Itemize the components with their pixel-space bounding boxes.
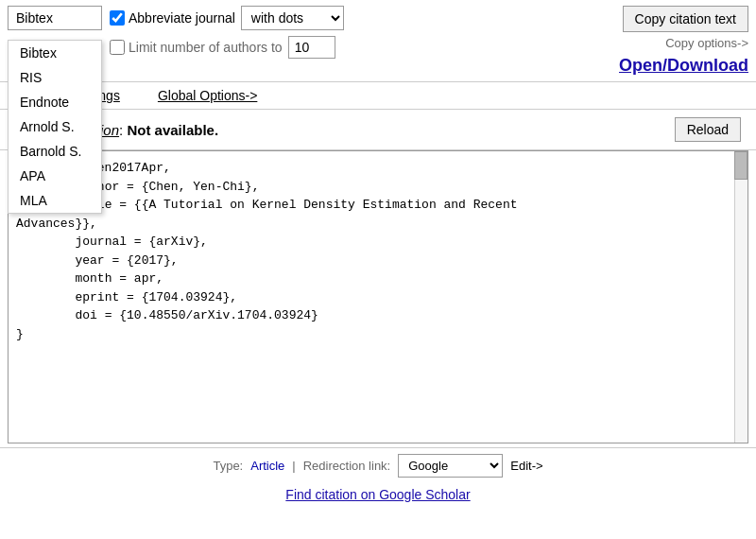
format-select-wrapper: Bibtex RIS Endnote Arnold S. Barnold S. …: [8, 6, 102, 30]
abbreviate-checkbox[interactable]: [110, 10, 125, 26]
type-label: Type:: [213, 459, 243, 473]
copy-options-link[interactable]: Copy options->: [665, 36, 748, 50]
abbreviate-label[interactable]: Abbreviate journal: [110, 10, 235, 26]
limit-input[interactable]: [288, 36, 335, 59]
open-download-link[interactable]: Open/Download: [619, 56, 748, 76]
dropdown-item-apa[interactable]: APA: [9, 164, 101, 188]
limit-row: Limit number of authors to: [110, 36, 344, 59]
toolbar: Bibtex RIS Endnote Arnold S. Barnold S. …: [0, 0, 756, 82]
dropdown-item-mla[interactable]: MLA: [9, 188, 101, 213]
format-dropdown-menu: Bibtex RIS Endnote Arnold S. Barnold S. …: [8, 40, 102, 214]
dropdown-item-ris[interactable]: RIS: [9, 65, 101, 90]
dropdown-item-barnolds[interactable]: Barnold S.: [9, 139, 101, 164]
format-select[interactable]: Bibtex RIS Endnote Arnold S. Barnold S. …: [8, 6, 102, 30]
separator: |: [292, 459, 295, 473]
limit-checkbox[interactable]: [110, 40, 125, 55]
format-settings-row: + Format Settings Global Options->: [0, 82, 756, 110]
edit-link[interactable]: Edit->: [510, 459, 542, 473]
limit-text: Limit number of authors to: [129, 40, 283, 55]
limit-label[interactable]: Limit number of authors to: [110, 40, 283, 55]
citation-area: @article{Chen2017Apr, author = {Chen, Ye…: [8, 150, 748, 443]
reload-button[interactable]: Reload: [675, 117, 741, 142]
find-citation-row: Find citation on Google Scholar: [0, 483, 756, 506]
abbreviate-row: Abbreviate journal with dots without dot…: [110, 6, 344, 30]
citation-textarea[interactable]: @article{Chen2017Apr, author = {Chen, Ye…: [9, 151, 747, 443]
right-buttons: Copy citation text Copy options-> Open/D…: [619, 6, 748, 76]
type-value: Article: [250, 459, 284, 473]
dynamic-citation-status: Not available.: [127, 122, 218, 138]
copy-citation-button[interactable]: Copy citation text: [623, 6, 748, 32]
redirect-select[interactable]: Google Bing DuckDuckGo: [398, 454, 503, 478]
dots-select[interactable]: with dots without dots: [241, 6, 344, 30]
dropdown-item-bibtex[interactable]: Bibtex: [9, 41, 101, 65]
global-options-link[interactable]: Global Options->: [158, 88, 257, 103]
abbreviate-text: Abbreviate journal: [129, 10, 235, 26]
scrollbar-thumb[interactable]: [734, 151, 747, 180]
find-citation-link[interactable]: Find citation on Google Scholar: [285, 487, 470, 502]
dropdown-item-endnote[interactable]: Endnote: [9, 90, 101, 114]
dynamic-citation-text: Dynamic citation: Not available.: [15, 122, 667, 138]
redirect-label: Redirection link:: [303, 459, 391, 473]
scrollbar-track[interactable]: [734, 151, 747, 443]
dynamic-citation-row: Dynamic citation: Not available. Reload: [0, 110, 756, 150]
abbreviate-section: Abbreviate journal with dots without dot…: [110, 6, 344, 59]
bottom-bar: Type: Article | Redirection link: Google…: [0, 447, 756, 483]
dropdown-item-arnolds[interactable]: Arnold S.: [9, 114, 101, 139]
